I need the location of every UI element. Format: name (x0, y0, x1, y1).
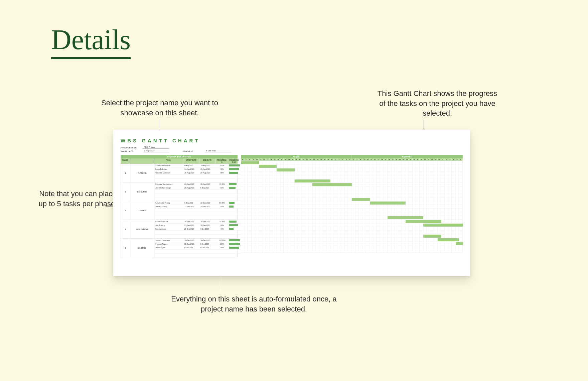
day-header: 1 (441, 158, 445, 161)
progress-bar (229, 221, 241, 223)
gantt-row (241, 183, 463, 186)
day-header: 12 (262, 158, 266, 161)
end-date-value: 6-Oct-2023 (205, 150, 232, 152)
task-start: 16-Sep-2023 (184, 221, 200, 223)
gantt-bar (277, 168, 295, 171)
day-header: 17 (391, 158, 395, 161)
gantt-bar (388, 216, 423, 219)
empty-row (154, 178, 241, 182)
gantt-row (241, 216, 463, 220)
task-start: 11-Sep-2023 (184, 206, 200, 208)
day-header: 18 (395, 158, 398, 161)
progress-bar (229, 183, 241, 185)
phase-block: 5CLOSINGContract Dispensers 26-Sep-2023 … (121, 239, 238, 257)
task-progress: 70.00% (216, 183, 229, 185)
project-name-label: PROJECT NAME (121, 147, 141, 149)
day-header: 6 (241, 158, 245, 161)
task-progress: 100.00% (216, 239, 229, 241)
gantt-row (241, 164, 463, 168)
gantt-bar (456, 242, 463, 245)
task-start: 6-Aug-2023 (184, 164, 200, 166)
gantt-row (241, 238, 463, 242)
gantt-row (241, 201, 463, 205)
gantt-spacer (241, 205, 463, 209)
phase-name: PLANNING (130, 164, 154, 182)
task-end: 10-Sep-2023 (200, 202, 216, 204)
spreadsheet-preview: WBS GANTT CHART PROJECT NAME ABC Project… (113, 130, 470, 276)
progress-bar (229, 187, 241, 189)
day-header: 22 (298, 158, 302, 161)
gantt-row (241, 198, 463, 201)
empty-row (154, 197, 241, 201)
task-start: 26-Sep-2023 (184, 228, 200, 230)
empty-row (154, 175, 241, 178)
task-progress: 90% (216, 168, 229, 170)
task-start: 6-Sep-2023 (184, 202, 200, 204)
day-header: 5 (348, 158, 352, 161)
task-progress: 80% (216, 224, 229, 226)
table-row: Scope Definition 11-Aug-2023 15-Aug-2023… (154, 167, 241, 171)
month-header: September (352, 155, 463, 158)
phase-name: CLOSING (130, 239, 154, 257)
task-progress: 40% (216, 206, 229, 208)
task-end: 15-Aug-2023 (200, 168, 216, 170)
progress-bar (229, 168, 241, 170)
empty-row (154, 209, 241, 212)
task-progress: 100% (216, 164, 229, 166)
day-header: 16 (277, 158, 280, 161)
day-header: 17 (280, 158, 284, 161)
gantt-bar (241, 161, 259, 164)
progress-bar (229, 206, 241, 208)
table-row: Documentation 26-Sep-2023 6-Oct-2023 40% (154, 227, 241, 231)
day-header: 26 (423, 158, 427, 161)
day-header: 15 (273, 158, 277, 161)
gantt-spacer (241, 231, 463, 234)
table-title: Research Task Overview (121, 155, 238, 158)
task-end: 20-Aug-2023 (200, 172, 216, 174)
gantt-bar (312, 183, 352, 186)
day-header: 20 (291, 158, 295, 161)
day-header: 14 (270, 158, 273, 161)
day-header: 13 (377, 158, 381, 161)
task-name: User Training (154, 224, 184, 226)
day-header: 27 (316, 158, 320, 161)
day-header: 2 (445, 158, 448, 161)
gantt-spacer (241, 249, 463, 253)
gantt-spacer (241, 245, 463, 249)
annotation-gantt: This Gantt Chart shows the progress of t… (376, 89, 499, 118)
day-header: 29 (323, 158, 327, 161)
task-progress: 100% (216, 243, 229, 245)
empty-row (154, 253, 241, 257)
empty-row (154, 190, 241, 194)
table-header-row: PHASETASKSTART DATEEND DATEPROGRESS %PRO… (121, 158, 238, 164)
day-header: 31 (330, 158, 334, 161)
phase-number: 1 (121, 164, 130, 182)
gantt-spacer (241, 175, 463, 179)
task-end: 5-Sep-2023 (200, 187, 216, 189)
progress-bar (229, 202, 241, 204)
gantt-row (241, 179, 463, 183)
gantt-bar (259, 165, 277, 168)
day-header: 4 (452, 158, 455, 161)
day-header: 28 (430, 158, 434, 161)
table-row: Contract Dispensers 26-Sep-2023 30-Sep-2… (154, 239, 241, 242)
start-date-value: 6-Aug-2023 (143, 150, 169, 152)
day-header: 24 (305, 158, 309, 161)
day-header: 14 (380, 158, 384, 161)
task-end: 5-Oct-2023 (200, 243, 216, 245)
gantt-spacer (241, 194, 463, 198)
task-end: 6-Oct-2023 (200, 247, 216, 249)
end-date-label: END DATE (183, 150, 203, 152)
day-header: 6 (352, 158, 355, 161)
phase-name: TESTING (130, 201, 154, 220)
task-end: 20-Sep-2023 (200, 206, 216, 208)
project-name-value[interactable]: ABC Project (143, 146, 169, 149)
empty-row (154, 235, 241, 238)
task-name: Contract Dispensers (154, 239, 184, 241)
task-name: Progress Report (154, 243, 184, 245)
gantt-month-header: AugustSeptember (241, 155, 463, 158)
day-header: 19 (287, 158, 291, 161)
day-header: 19 (398, 158, 402, 161)
task-start: 5-Oct-2023 (184, 247, 200, 249)
task-table: Research Task Overview PHASETASKSTART DA… (121, 155, 238, 257)
